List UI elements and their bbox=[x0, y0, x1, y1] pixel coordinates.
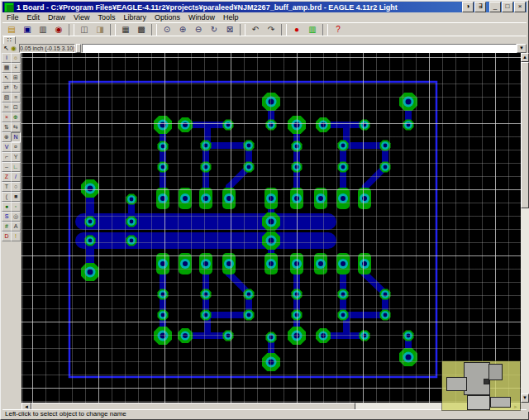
pad-hole bbox=[295, 145, 299, 149]
pad-hole bbox=[269, 360, 274, 365]
tool-name[interactable]: N bbox=[11, 132, 21, 142]
print-button[interactable]: ▥ bbox=[36, 23, 50, 36]
pad-hole bbox=[341, 144, 346, 148]
pad-hole bbox=[341, 261, 346, 266]
pad-hole bbox=[161, 145, 165, 149]
menu-bar: FileEditDrawViewToolsLibraryOptionsWindo… bbox=[2, 12, 527, 22]
pad-hole bbox=[318, 196, 323, 201]
tool-rotate[interactable]: ↻ bbox=[11, 83, 21, 93]
cam-button[interactable]: ◉ bbox=[51, 23, 66, 36]
tool-add[interactable]: ⊕ bbox=[11, 112, 21, 122]
pad-hole bbox=[204, 293, 208, 297]
pad-hole bbox=[226, 123, 231, 127]
pad-hole bbox=[226, 196, 231, 201]
pad-hole bbox=[362, 196, 367, 201]
open-button[interactable]: ▤ bbox=[4, 23, 19, 36]
zoom-redraw-button[interactable]: ↻ bbox=[207, 23, 222, 36]
menu-draw[interactable]: Draw bbox=[44, 13, 69, 21]
mouse-cursor-icon: ↖ bbox=[2, 45, 10, 52]
tool-paste[interactable]: ⊡ bbox=[11, 103, 21, 112]
pad-hole bbox=[88, 186, 93, 192]
board-schematic-button[interactable]: ◫ bbox=[77, 23, 92, 36]
pad-hole bbox=[341, 165, 346, 169]
zoom-select-button[interactable]: ⊠ bbox=[222, 23, 237, 36]
menu-view[interactable]: View bbox=[69, 13, 93, 21]
menu-file[interactable]: File bbox=[2, 13, 23, 21]
toolbar-separator bbox=[69, 24, 74, 36]
stop-button[interactable]: ● bbox=[289, 23, 304, 36]
close-button[interactable]: × bbox=[514, 2, 526, 12]
tool-change[interactable]: ≡ bbox=[11, 93, 21, 103]
ime-button[interactable]: ∃ bbox=[474, 2, 486, 12]
overlay-block bbox=[484, 379, 488, 384]
maximize-button[interactable]: □ bbox=[502, 2, 513, 12]
menu-edit[interactable]: Edit bbox=[23, 13, 45, 21]
library-button[interactable]: ◨ bbox=[93, 23, 107, 36]
pad-hole bbox=[406, 99, 412, 105]
tool-errors[interactable]: ! bbox=[11, 231, 21, 241]
pad-hole bbox=[160, 196, 165, 201]
tool-hole[interactable]: ◎ bbox=[11, 212, 21, 222]
menu-options[interactable]: Options bbox=[150, 13, 184, 21]
pad-hole bbox=[384, 293, 388, 297]
pcb-artwork bbox=[21, 53, 521, 403]
menu-tools[interactable]: Tools bbox=[93, 13, 119, 21]
tool-route[interactable]: ∟ bbox=[11, 162, 21, 172]
pad-hole bbox=[294, 122, 300, 128]
scroll-up-button[interactable]: ▲ bbox=[521, 53, 529, 62]
pad-hole bbox=[247, 165, 251, 169]
menu-library[interactable]: Library bbox=[119, 13, 150, 21]
undo-button[interactable]: ↶ bbox=[248, 23, 263, 36]
layout-switch-button[interactable]: ◑ bbox=[462, 2, 474, 12]
zoom-fit-button[interactable]: ⊙ bbox=[160, 23, 174, 36]
pad-hole bbox=[183, 196, 188, 201]
pad-hole bbox=[203, 261, 208, 266]
overlay-block bbox=[489, 365, 502, 379]
tool-circle[interactable]: ○ bbox=[11, 182, 21, 192]
pad-hole bbox=[183, 122, 188, 127]
zoom-out-button[interactable]: ⊖ bbox=[191, 23, 206, 36]
title-bar[interactable]: 1 Board - C:¥Program Files¥EAGLE-4.11r2¥… bbox=[2, 2, 527, 12]
tool-copy[interactable]: ⊞ bbox=[11, 73, 21, 83]
pad-hole bbox=[226, 334, 231, 338]
pad-hole bbox=[384, 165, 388, 169]
minimize-button[interactable]: _ bbox=[489, 2, 501, 12]
command-input[interactable] bbox=[82, 44, 517, 53]
vertical-scrollbar[interactable]: ▲ ▼ bbox=[521, 53, 529, 403]
tool-via[interactable]: ◦ bbox=[11, 202, 21, 212]
tool-wire[interactable]: / bbox=[11, 172, 21, 182]
command-bar-splitter[interactable] bbox=[76, 44, 81, 53]
menu-help[interactable]: Help bbox=[219, 13, 243, 21]
app-icon bbox=[4, 2, 14, 12]
help-button[interactable]: ? bbox=[331, 23, 346, 36]
tool-rect[interactable]: ■ bbox=[11, 192, 21, 202]
save-button[interactable]: ▣ bbox=[20, 23, 35, 36]
menu-window[interactable]: Window bbox=[184, 13, 219, 21]
board-canvas[interactable] bbox=[21, 53, 521, 403]
go-button[interactable]: ▥ bbox=[305, 23, 320, 36]
pad-hole bbox=[321, 333, 326, 338]
pad-hole bbox=[130, 220, 134, 224]
pad-hole bbox=[295, 165, 299, 169]
overlay-block bbox=[447, 378, 466, 390]
pad-hole bbox=[295, 313, 299, 317]
vertical-scroll-thumb[interactable] bbox=[521, 62, 529, 208]
tool-replace[interactable]: ⇆ bbox=[11, 122, 21, 132]
tool-smash[interactable]: ¤ bbox=[11, 142, 21, 152]
window-grid-button[interactable]: ▦ bbox=[118, 23, 133, 36]
tool-show[interactable]: ☼ bbox=[11, 53, 21, 63]
scroll-down-button[interactable]: ▼ bbox=[521, 394, 529, 403]
redo-button[interactable]: ↷ bbox=[264, 23, 279, 36]
pad-hole bbox=[269, 261, 274, 266]
tool-split[interactable]: Y bbox=[11, 152, 21, 162]
coordinate-display: 0.05 inch (-0.15 3.10) bbox=[19, 44, 75, 53]
tool-auto[interactable]: A bbox=[11, 222, 21, 231]
tool-mark[interactable]: + bbox=[11, 63, 21, 73]
overlay-block bbox=[465, 363, 489, 394]
pad-hole bbox=[88, 270, 93, 275]
window-cascade-button[interactable]: ▩ bbox=[134, 23, 149, 36]
main-toolbar: ▤▣▥◉◫◨▦▩⊙⊕⊖↻⊠↶↷●▥? bbox=[2, 22, 527, 36]
command-history-dropdown[interactable]: ▼ bbox=[517, 44, 527, 53]
zoom-in-button[interactable]: ⊕ bbox=[175, 23, 190, 36]
pad-hole bbox=[247, 144, 251, 148]
